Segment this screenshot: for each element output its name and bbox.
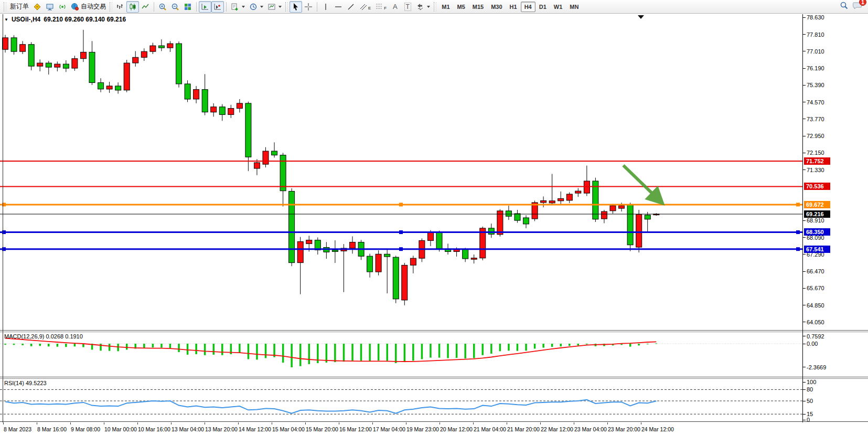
tab-timeframe-h4[interactable]: H4: [521, 2, 535, 12]
candle: [115, 82, 121, 94]
candle: [410, 256, 416, 273]
chart-shift-icon: [213, 3, 222, 11]
horizontal-line-button[interactable]: [332, 1, 345, 13]
tab-timeframe-w1[interactable]: W1: [550, 2, 566, 12]
vertical-line-button[interactable]: [319, 1, 332, 13]
rsi-tick: [803, 401, 806, 401]
cursor-button[interactable]: [290, 1, 302, 13]
price-tick-label: 65.670: [807, 285, 824, 291]
zoom-out-button[interactable]: [169, 1, 181, 13]
candle: [124, 60, 130, 92]
line-handle[interactable]: [399, 230, 403, 234]
candle: [463, 248, 468, 262]
toolbar-grip[interactable]: [4, 2, 6, 12]
macd-histogram-bar: [4, 344, 6, 345]
rsi-panel: RSI(14) 49.5223 1008050150: [0, 378, 868, 422]
tab-timeframe-d1[interactable]: D1: [535, 2, 550, 12]
bar-chart-button[interactable]: [114, 1, 126, 13]
time-tick: [339, 422, 339, 425]
macd-histogram-bar: [39, 344, 41, 346]
candle: [627, 203, 633, 251]
price-tick-label: 68.910: [807, 217, 824, 224]
macd-histogram-bar: [656, 343, 658, 344]
trend-arrow-annotation[interactable]: [623, 165, 661, 203]
time-label: 9 Mar 08:00: [71, 426, 100, 432]
price-tag-69.672: 69.672: [804, 201, 830, 208]
price-tag-67.541: 67.541: [804, 246, 830, 253]
tab-timeframe-h1[interactable]: H1: [506, 2, 521, 12]
text-tool-button[interactable]: A: [389, 1, 401, 13]
candlestick-chart-button[interactable]: [126, 1, 139, 13]
trend-line-button[interactable]: [345, 1, 357, 13]
line-handle[interactable]: [796, 203, 800, 206]
tab-timeframe-mn[interactable]: MN: [566, 2, 582, 12]
candle: [593, 178, 598, 222]
toolbar-grip[interactable]: [434, 2, 436, 12]
crosshair-button[interactable]: [302, 1, 315, 13]
arrows-tool-button[interactable]: [414, 1, 432, 13]
time-tick: [37, 422, 37, 425]
macd-histogram-bar: [221, 344, 223, 355]
tab-timeframe-m5[interactable]: M5: [454, 2, 469, 12]
candle: [245, 102, 251, 171]
terminal-button[interactable]: [44, 1, 56, 13]
rsi-tick: [803, 414, 806, 415]
price-tick: [803, 169, 806, 170]
templates-button[interactable]: [265, 1, 284, 13]
text-label-button[interactable]: T: [401, 1, 414, 13]
macd-histogram-bar: [412, 344, 414, 360]
toolbar-grip[interactable]: [285, 2, 288, 12]
price-tick: [803, 17, 806, 18]
candle: [167, 41, 173, 52]
line-handle[interactable]: [399, 247, 403, 251]
chart-collapse-icon[interactable]: ▼: [4, 17, 8, 22]
add-indicator-button[interactable]: [229, 1, 247, 13]
macd-histogram-bar: [647, 344, 649, 344]
auto-trading-label: 自动交易: [81, 2, 106, 11]
trade-ticket-button[interactable]: [31, 1, 44, 13]
auto-scroll-button[interactable]: [199, 1, 211, 13]
dropdown-caret-icon: [260, 6, 263, 8]
time-label: 19 Mar 23:00: [406, 426, 439, 432]
rsi-tick: [803, 420, 806, 420]
tab-timeframe-m15[interactable]: M15: [469, 2, 487, 12]
chart-shift-button[interactable]: [211, 1, 224, 13]
arrows-tool-icon: [416, 3, 424, 11]
dropdown-caret-icon: [427, 6, 430, 8]
search-icon[interactable]: [840, 1, 849, 12]
line-chart-button[interactable]: [139, 1, 152, 13]
candle: [358, 240, 364, 260]
new-order-button[interactable]: 新订单: [8, 1, 31, 13]
candle: [541, 196, 546, 207]
price-tick: [803, 237, 806, 238]
candle: [584, 166, 590, 196]
price-chart-canvas[interactable]: [0, 14, 802, 331]
macd-histogram-bar: [360, 344, 362, 361]
zoom-in-icon: [158, 3, 167, 11]
equidistant-channel-button[interactable]: E: [357, 1, 373, 13]
time-label: 21 Mar 20:00: [507, 426, 540, 432]
auto-trading-button[interactable]: 自动交易: [69, 1, 108, 13]
zoom-in-button[interactable]: [156, 1, 169, 13]
tile-windows-button[interactable]: [181, 1, 194, 13]
candle: [523, 215, 529, 228]
price-tick: [803, 254, 806, 254]
chart-shift-marker[interactable]: [638, 15, 644, 19]
tab-timeframe-m30[interactable]: M30: [487, 2, 506, 12]
rsi-canvas[interactable]: [0, 379, 802, 422]
toolbar-grip[interactable]: [110, 2, 112, 12]
price-tag-70.536: 70.536: [804, 183, 830, 190]
macd-canvas[interactable]: [0, 332, 802, 378]
macd-tick: [803, 367, 806, 367]
line-handle[interactable]: [796, 230, 800, 234]
line-handle[interactable]: [796, 247, 800, 251]
signal-button[interactable]: [56, 1, 69, 13]
notifications-button[interactable]: 1: [853, 1, 863, 12]
time-axis[interactable]: 8 Mar 20238 Mar 16:009 Mar 08:0010 Mar 0…: [0, 422, 868, 435]
macd-histogram-bar: [629, 344, 631, 347]
line-handle[interactable]: [399, 203, 403, 206]
macd-histogram-bar: [109, 344, 111, 351]
tab-timeframe-m1[interactable]: M1: [438, 2, 453, 12]
period-button[interactable]: [247, 1, 265, 13]
fibonacci-button[interactable]: F: [373, 1, 389, 13]
